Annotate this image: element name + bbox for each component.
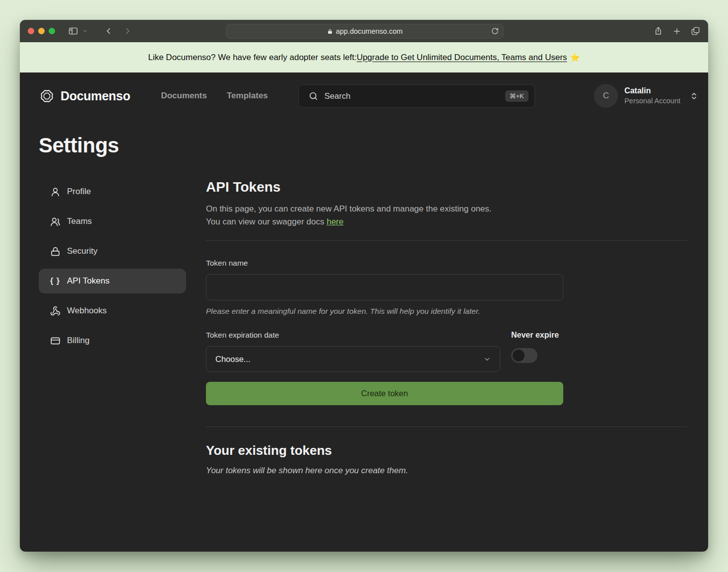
search-bar[interactable]: ⌘+K xyxy=(298,84,535,108)
nav-templates[interactable]: Templates xyxy=(227,91,268,101)
chevron-down-icon xyxy=(483,356,491,363)
close-window-button[interactable] xyxy=(28,28,34,34)
promo-banner-text: Like Documenso? We have few early adopte… xyxy=(148,53,356,63)
main-nav: Documents Templates xyxy=(161,91,267,101)
expiration-label: Token expiration date xyxy=(206,331,500,340)
sidebar-item-label: Billing xyxy=(67,336,89,346)
expiration-select-value: Choose... xyxy=(215,355,251,364)
sidebar-item-label: Teams xyxy=(67,216,92,226)
sidebar-item-teams[interactable]: Teams xyxy=(39,209,186,234)
sidebar-item-label: API Tokens xyxy=(67,276,110,286)
back-icon[interactable] xyxy=(104,26,113,36)
sidebar-item-label: Profile xyxy=(67,187,91,197)
existing-tokens-heading: Your existing tokens xyxy=(206,443,687,458)
credit-card-icon xyxy=(50,336,61,346)
search-input[interactable] xyxy=(325,91,499,101)
account-name: Catalin xyxy=(624,86,680,96)
brand[interactable]: Documenso xyxy=(39,88,130,104)
toggle-knob xyxy=(513,350,525,361)
create-token-button[interactable]: Create token xyxy=(206,382,563,405)
traffic-lights xyxy=(28,28,55,34)
never-expire-label: Never expire xyxy=(511,331,559,340)
browser-window: app.documenso.com xyxy=(20,20,708,552)
address-bar[interactable]: app.documenso.com xyxy=(226,24,504,39)
star-emoji: ⭐ xyxy=(570,53,580,62)
app-content: Documenso Documents Templates ⌘+K C Cata… xyxy=(20,72,708,552)
avatar: C xyxy=(594,84,618,108)
sidebar-item-label: Webhooks xyxy=(67,306,107,316)
users-icon xyxy=(50,216,61,227)
section-heading: API Tokens xyxy=(206,179,687,195)
sidebar-item-webhooks[interactable]: Webhooks xyxy=(39,298,186,323)
reload-icon[interactable] xyxy=(491,27,499,35)
url-text: app.documenso.com xyxy=(336,27,403,35)
tab-overview-icon[interactable] xyxy=(691,26,700,36)
account-menu[interactable]: C Catalin Personal Account xyxy=(594,84,698,108)
sidebar-toggle-icon[interactable] xyxy=(68,26,78,36)
token-name-label: Token name xyxy=(206,259,563,268)
api-tokens-panel: API Tokens On this page, you can create … xyxy=(206,179,687,476)
page-title: Settings xyxy=(39,134,708,157)
app-header: Documenso Documents Templates ⌘+K C Cata… xyxy=(20,72,708,108)
sidebar-item-profile[interactable]: Profile xyxy=(39,179,186,204)
brand-name: Documenso xyxy=(61,89,130,103)
user-icon xyxy=(50,187,61,197)
expiration-select[interactable]: Choose... xyxy=(206,346,500,372)
sidebar-chevron-down-icon[interactable] xyxy=(82,28,88,34)
sidebar-item-security[interactable]: Security xyxy=(39,239,186,264)
nav-documents[interactable]: Documents xyxy=(161,91,207,101)
existing-tokens-note: Your tokens will be shown here once you … xyxy=(206,466,687,476)
share-icon[interactable] xyxy=(654,26,663,36)
token-name-input[interactable] xyxy=(206,274,563,300)
sidebar-item-billing[interactable]: Billing xyxy=(39,328,186,353)
search-icon xyxy=(309,91,318,101)
divider xyxy=(206,427,687,427)
documenso-logo-icon xyxy=(39,88,55,104)
search-shortcut-badge: ⌘+K xyxy=(505,90,529,102)
create-token-form: Token name Please enter a meaningful nam… xyxy=(206,259,563,405)
chevrons-up-down-icon xyxy=(690,92,698,100)
lock-icon xyxy=(50,246,61,257)
never-expire-toggle[interactable] xyxy=(511,348,537,363)
settings-sidebar: Profile Teams Security { } API Token xyxy=(39,179,186,476)
upgrade-link[interactable]: Upgrade to Get Unlimited Documents, Team… xyxy=(357,53,567,63)
zoom-window-button[interactable] xyxy=(49,28,55,34)
tls-lock-icon xyxy=(327,28,333,35)
swagger-docs-link[interactable]: here xyxy=(327,217,343,226)
forward-icon[interactable] xyxy=(123,26,132,36)
sidebar-item-label: Security xyxy=(67,246,97,256)
promo-banner: Like Documenso? We have few early adopte… xyxy=(20,42,708,72)
section-description: On this page, you can create new API tok… xyxy=(206,203,687,228)
browser-toolbar: app.documenso.com xyxy=(20,20,708,42)
webhook-icon xyxy=(50,306,61,316)
braces-icon: { } xyxy=(50,277,61,286)
account-type: Personal Account xyxy=(624,96,680,106)
divider xyxy=(206,240,687,241)
new-tab-icon[interactable] xyxy=(672,27,681,36)
token-name-hint: Please enter a meaningful name for your … xyxy=(206,307,563,316)
minimize-window-button[interactable] xyxy=(38,28,45,34)
sidebar-item-api-tokens[interactable]: { } API Tokens xyxy=(39,269,186,293)
